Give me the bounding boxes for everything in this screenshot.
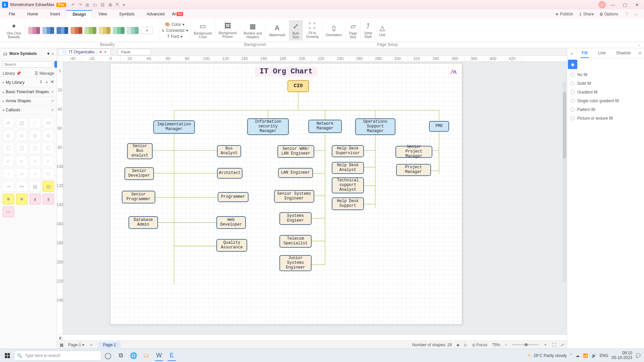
shape-callout[interactable]: ◇ xyxy=(3,130,14,141)
save-icon[interactable]: 🖫 xyxy=(100,2,105,7)
menu-file[interactable]: File xyxy=(3,10,21,18)
theme-swatch[interactable] xyxy=(70,27,83,34)
tray-chevron-icon[interactable]: ˄ xyxy=(570,353,572,358)
redo-icon[interactable]: ↷ xyxy=(78,2,82,7)
page-list-icon[interactable]: ▦ xyxy=(60,343,63,347)
node-helpdesk-supervisor[interactable]: Help Desk Supervisor xyxy=(332,145,364,157)
auto-size-button[interactable]: ⤢Auto Size xyxy=(292,22,300,39)
unit-button[interactable]: △Unit xyxy=(379,24,385,37)
drawing-page[interactable]: IT Org Chart xyxy=(110,63,462,324)
shape-callout[interactable]: ✹ xyxy=(16,194,28,204)
shape-callout[interactable]: ◖ xyxy=(30,194,41,204)
fullscreen-icon[interactable]: ⤢ xyxy=(561,343,564,347)
radio-gradient-fill[interactable]: Gradient fill xyxy=(571,90,641,95)
section-close-icon[interactable]: ✕ xyxy=(51,99,54,103)
new-icon[interactable]: ⊞ xyxy=(86,2,89,7)
manage-link[interactable]: ☰ Manage xyxy=(35,71,54,76)
font-dropdown[interactable]: TFont▾ xyxy=(167,34,182,39)
tab-close-icon[interactable]: ✕ xyxy=(104,50,107,54)
mylibrary-section[interactable]: ▸ My Library ⇩ ＋ ✕ xyxy=(0,77,57,87)
canvas-scrollbar[interactable] xyxy=(563,82,566,283)
taskbar-explorer[interactable]: 🗂 xyxy=(140,350,152,361)
radio-pattern-fill[interactable]: Pattern fill xyxy=(571,107,641,112)
theme-name-field[interactable]: Facet xyxy=(117,49,151,55)
options-button[interactable]: ⚙Options xyxy=(597,12,621,17)
shape-callout[interactable]: □ xyxy=(43,168,54,179)
share-button[interactable]: ⇪Share xyxy=(576,12,597,17)
shape-callout[interactable]: ▤ xyxy=(30,181,41,192)
one-click-beautify-button[interactable]: ✦One Click Beautify xyxy=(7,22,21,39)
node-tech-support-analyst[interactable]: Technical support Analyst xyxy=(332,177,364,193)
theme-swatch[interactable] xyxy=(85,27,97,34)
theme-swatch[interactable] xyxy=(42,27,54,34)
node-qa[interactable]: Quality Assurance xyxy=(216,239,247,252)
shape-callout[interactable]: ⎕ xyxy=(3,143,14,154)
orientation-button[interactable]: ▯Orientation xyxy=(326,24,342,37)
theme-gallery[interactable]: ▾ xyxy=(28,27,156,34)
node-cio[interactable]: CIO xyxy=(287,80,309,92)
theme-swatch[interactable] xyxy=(113,27,125,34)
shape-callout[interactable]: ○ xyxy=(16,168,28,179)
menu-insert[interactable]: Insert xyxy=(44,10,66,18)
start-button[interactable] xyxy=(1,350,13,361)
radio-single-gradient-fill[interactable]: Single color gradient fill xyxy=(571,99,641,103)
document-tab[interactable]: 📄 IT Organizatio... ✕ xyxy=(58,49,111,55)
weather-widget[interactable]: ⛅ 26°C Partly cloudy xyxy=(527,353,567,358)
scrollbar-thumb[interactable] xyxy=(563,92,566,159)
qat-more-icon[interactable]: ▾ xyxy=(123,2,125,7)
node-senior-project-manager[interactable]: Senior Project Manager xyxy=(395,146,432,158)
shape-callout[interactable]: ◇ xyxy=(16,130,28,141)
node-senior-programmer[interactable]: Senior Programmer xyxy=(122,191,155,203)
collapse-panel-icon[interactable]: « xyxy=(51,51,54,56)
publish-button[interactable]: ✈Publish xyxy=(552,12,576,17)
shape-callout[interactable]: ◦ xyxy=(3,168,14,179)
help-button[interactable]: ❔ xyxy=(621,12,632,17)
expand-panel-icon[interactable]: » xyxy=(567,48,577,58)
page-tab[interactable]: Page-1 xyxy=(98,342,121,348)
section-callouts[interactable]: ▾Callouts✕ xyxy=(0,106,57,115)
shape-callout[interactable]: ⊸ xyxy=(3,181,14,192)
theme-swatch[interactable] xyxy=(28,27,40,34)
tray-onedrive-icon[interactable]: ☁ xyxy=(576,353,580,358)
page-selector[interactable]: Page-1 ▾ xyxy=(68,343,84,347)
background-color-button[interactable]: ▭Background Color xyxy=(194,22,212,39)
taskbar-edrawmax[interactable]: E xyxy=(166,350,178,361)
shape-callout[interactable]: ⟋ xyxy=(30,117,41,128)
shape-callout[interactable]: ◇ xyxy=(43,130,54,141)
node-senior-wan-lan[interactable]: Senior WAN/ LAN Engineer xyxy=(277,145,314,158)
shape-callout[interactable]: ◫ xyxy=(16,117,28,128)
borders-headers-button[interactable]: ▦Borders and Headers xyxy=(244,22,262,39)
tray-volume-icon[interactable]: 🔊 xyxy=(591,353,596,358)
shape-callout[interactable]: ⊷ xyxy=(16,181,28,192)
add-icon[interactable]: ＋ xyxy=(45,79,49,85)
node-junior-systems-eng[interactable]: Junior Systems Engineer xyxy=(279,255,312,271)
node-network-manager[interactable]: Network Manager xyxy=(308,120,342,133)
zoom-in-button[interactable]: ＋ xyxy=(543,342,547,348)
node-impl-manager[interactable]: Implementation Manager xyxy=(153,120,195,134)
panel-close-icon[interactable]: ✕ xyxy=(636,51,644,56)
shape-callout[interactable]: ⎕ xyxy=(30,143,41,154)
node-dba[interactable]: Database Admin xyxy=(128,216,158,229)
shape-callout[interactable]: ⌐ xyxy=(16,156,28,166)
node-project-manager[interactable]: Project Manager xyxy=(396,164,431,176)
page-size-button[interactable]: ▱Page Size xyxy=(349,22,357,39)
zoom-slider-thumb[interactable] xyxy=(525,343,528,346)
radio-solid-fill[interactable]: Solid fill xyxy=(571,81,641,86)
menu-design[interactable]: Design xyxy=(66,10,92,18)
node-info-sec-manager[interactable]: Information security Manager xyxy=(247,118,289,135)
background-picture-button[interactable]: 🖼Background Picture xyxy=(219,22,236,39)
theme-swatch[interactable] xyxy=(99,27,111,34)
jump-style-button[interactable]: ⤴Jump Style xyxy=(364,22,372,39)
zoom-slider[interactable] xyxy=(512,344,539,345)
shape-callout[interactable]: ○ xyxy=(30,168,41,179)
node-lan-engineer[interactable]: LAN Engineer xyxy=(278,168,313,178)
connector-dropdown[interactable]: ↳Connector▾ xyxy=(161,28,188,33)
node-senior-bus-analyst[interactable]: Senior Bus analyst xyxy=(127,143,153,159)
print-icon[interactable]: 🖶 xyxy=(108,2,112,7)
menu-advanced[interactable]: Advanced xyxy=(141,10,170,18)
theme-swatch[interactable] xyxy=(127,27,139,34)
node-telecom-specialist[interactable]: Telecom Specialist xyxy=(279,235,312,248)
import-icon[interactable]: ⇩ xyxy=(39,79,43,85)
taskbar-taskview[interactable]: ⧉ xyxy=(115,350,127,361)
node-systems-engineer[interactable]: Systems Engieer xyxy=(279,212,312,225)
